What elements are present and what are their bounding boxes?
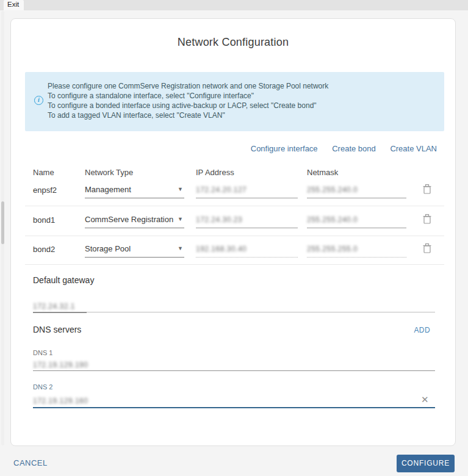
- row-divider: [25, 264, 444, 265]
- netmask-input[interactable]: 255.255.240.0: [307, 182, 406, 198]
- column-header-netmask: Netmask: [307, 168, 338, 177]
- netmask-value: 255.255.255.0: [307, 245, 358, 253]
- clear-dns2-button[interactable]: ✕: [421, 394, 429, 405]
- info-line: To configure a standalone interface, sel…: [48, 91, 328, 101]
- window-top-strip: Exit: [0, 0, 468, 10]
- delete-row-button[interactable]: [422, 243, 433, 255]
- table-row: bond1 CommServe Registration ▼ 172.24.30…: [11, 212, 456, 231]
- ip-address-input[interactable]: 192.168.30.40: [196, 242, 298, 258]
- netmask-value: 255.255.240.0: [307, 215, 358, 224]
- table-action-links: Configure interface Create bond Create V…: [239, 144, 437, 153]
- interface-name: bond1: [33, 215, 55, 225]
- table-row: enpsf2 Management ▼ 172.24.20.127 255.25…: [11, 182, 456, 201]
- interface-name: enpsf2: [33, 186, 57, 195]
- ip-address-value: 172.24.30.23: [196, 215, 242, 224]
- close-icon: ✕: [421, 394, 429, 405]
- dns1-value: 172.19.129.190: [33, 361, 88, 369]
- network-configuration-dialog: Network Configuration i Please configure…: [10, 18, 456, 446]
- left-scrollbar-thumb[interactable]: [1, 201, 4, 244]
- default-gateway-heading: Default gateway: [33, 275, 94, 285]
- info-icon: i: [34, 96, 43, 105]
- dns2-label: DNS 2: [33, 383, 52, 391]
- trash-icon: [422, 184, 432, 195]
- column-header-name: Name: [33, 168, 54, 177]
- trash-icon: [422, 243, 432, 254]
- default-gateway-input[interactable]: 172.24.32.1: [33, 298, 435, 312]
- ip-address-input[interactable]: 172.24.20.127: [196, 182, 298, 198]
- info-line: To add a tagged VLAN interface, select "…: [48, 110, 328, 120]
- network-type-value: Storage Pool: [85, 244, 131, 253]
- chevron-down-icon: ▼: [178, 216, 183, 222]
- cancel-button[interactable]: CANCEL: [13, 458, 48, 467]
- page-title: Network Configuration: [11, 36, 455, 49]
- default-gateway-value: 172.24.32.1: [33, 302, 75, 311]
- network-type-select[interactable]: Management ▼: [85, 182, 184, 198]
- dns2-input[interactable]: 172.19.129.160: [33, 393, 435, 408]
- ip-address-input[interactable]: 172.24.30.23: [196, 212, 298, 228]
- configure-button[interactable]: CONFIGURE: [397, 455, 455, 472]
- dns-servers-heading: DNS servers: [33, 325, 81, 334]
- column-header-ip-address: IP Address: [196, 168, 234, 177]
- netmask-input[interactable]: 255.255.240.0: [307, 212, 406, 228]
- info-banner: i Please configure one CommServe Registr…: [25, 72, 444, 131]
- netmask-input[interactable]: 255.255.255.0: [307, 242, 406, 258]
- interface-name: bond2: [33, 245, 55, 254]
- chevron-down-icon: ▼: [178, 245, 183, 251]
- info-line: Please configure one CommServe Registrat…: [48, 81, 328, 91]
- dns1-input[interactable]: 172.19.129.190: [33, 358, 435, 371]
- chevron-down-icon: ▼: [178, 186, 183, 192]
- info-line: To configure a bonded interface using ac…: [48, 101, 328, 110]
- ip-address-value: 192.168.30.40: [196, 245, 247, 253]
- network-type-value: CommServe Registration: [85, 215, 173, 224]
- table-row: bond2 Storage Pool ▼ 192.168.30.40 255.2…: [11, 242, 456, 260]
- delete-row-button[interactable]: [422, 214, 433, 226]
- netmask-value: 255.255.240.0: [307, 186, 358, 194]
- left-scrollbar[interactable]: [1, 11, 4, 445]
- dns1-label: DNS 1: [33, 349, 52, 356]
- exit-tab[interactable]: Exit: [4, 0, 24, 10]
- configure-interface-link[interactable]: Configure interface: [251, 144, 318, 153]
- ip-address-value: 172.24.20.127: [196, 186, 247, 194]
- row-divider: [25, 236, 444, 236]
- row-divider: [25, 206, 444, 206]
- dns2-value: 172.19.129.160: [33, 397, 88, 405]
- trash-icon: [422, 214, 432, 225]
- add-dns-button[interactable]: ADD: [414, 326, 430, 334]
- network-type-select[interactable]: CommServe Registration ▼: [85, 212, 184, 228]
- network-type-select[interactable]: Storage Pool ▼: [85, 242, 184, 258]
- create-vlan-link[interactable]: Create VLAN: [390, 144, 437, 153]
- delete-row-button[interactable]: [422, 184, 433, 196]
- create-bond-link[interactable]: Create bond: [332, 144, 376, 153]
- network-type-value: Management: [85, 185, 131, 194]
- column-header-network-type: Network Type: [85, 168, 133, 177]
